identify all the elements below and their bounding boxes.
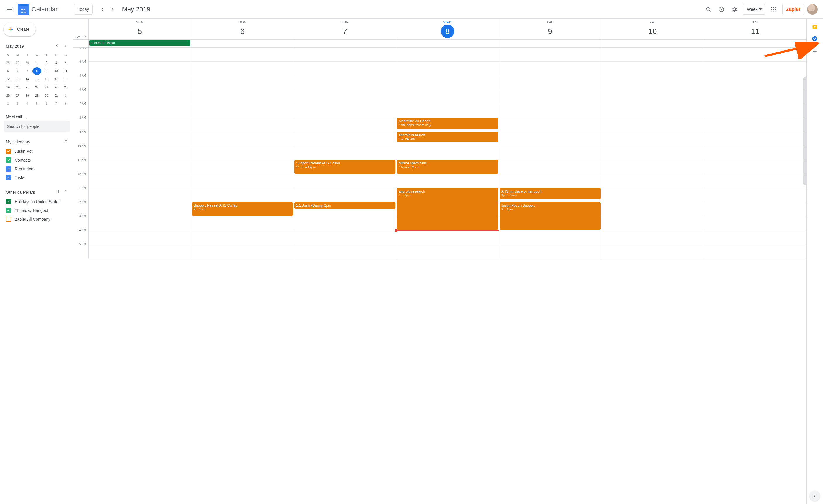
calendar-checkbox[interactable] (6, 166, 11, 172)
mini-day[interactable]: 21 (23, 84, 32, 91)
mini-day[interactable]: 29 (13, 59, 22, 67)
day-header[interactable]: WED8 (396, 19, 498, 39)
mini-day[interactable]: 4 (61, 59, 70, 67)
create-button[interactable]: Create (4, 22, 36, 36)
mini-day[interactable]: 12 (4, 75, 13, 83)
tasks-addon[interactable] (812, 36, 818, 41)
calendar-list-item[interactable]: Justin Pot (4, 147, 70, 156)
allday-cell[interactable] (294, 39, 396, 47)
allday-event[interactable]: Cinco de Mayo (89, 40, 190, 46)
calendar-event[interactable]: outline spam calls11am – 12pm (397, 160, 498, 174)
add-other-calendar[interactable]: + (56, 189, 60, 195)
account-avatar[interactable] (807, 4, 818, 15)
calendar-list-item[interactable]: Thursday Hangout (4, 206, 70, 215)
calendar-list-item[interactable]: Tasks (4, 173, 70, 182)
calendar-event[interactable]: Support Retreat AHS Collab11am – 12pm (295, 160, 395, 174)
view-switcher[interactable]: Week (743, 4, 765, 15)
mini-day[interactable]: 22 (32, 84, 41, 91)
menu-button[interactable] (2, 2, 16, 16)
mini-day[interactable]: 3 (13, 100, 22, 108)
calendar-event[interactable]: Marketing All-Hands8am, https://zoom.us/… (397, 118, 498, 129)
calendar-event[interactable]: AHS (in place of hangout)1pm, Zoom (500, 188, 601, 199)
mini-day[interactable]: 10 (51, 67, 60, 75)
get-addons[interactable]: + (813, 47, 817, 55)
keep-addon[interactable] (812, 24, 818, 30)
calendar-checkbox[interactable] (6, 199, 11, 204)
mini-day[interactable]: 27 (13, 92, 22, 100)
mini-day[interactable]: 5 (32, 100, 41, 108)
mini-day[interactable]: 2 (4, 100, 13, 108)
day-header[interactable]: FRI10 (601, 19, 703, 39)
calendar-list-item[interactable]: Contacts (4, 156, 70, 164)
calendar-event[interactable]: android research9 – 9:45am (397, 132, 498, 142)
mini-day[interactable]: 17 (51, 75, 60, 83)
allday-cell[interactable] (396, 39, 498, 47)
app-logo[interactable]: 31 Calendar (18, 4, 58, 15)
search-people-input[interactable] (4, 121, 70, 132)
help-button[interactable] (715, 4, 727, 15)
mini-day[interactable]: 15 (32, 75, 41, 83)
other-calendars-toggle[interactable]: Other calendars + ⌃ (4, 187, 70, 197)
apps-button[interactable] (768, 4, 779, 15)
mini-day[interactable]: 16 (42, 75, 51, 83)
mini-day[interactable]: 26 (4, 92, 13, 100)
mini-day[interactable]: 8 (32, 67, 41, 75)
mini-prev-month[interactable] (54, 43, 60, 50)
calendar-list-item[interactable]: Zapier All Company (4, 215, 70, 223)
mini-day[interactable]: 1 (61, 92, 70, 100)
calendar-list-item[interactable]: Holidays in United States (4, 197, 70, 206)
day-column[interactable] (704, 48, 806, 259)
calendar-event[interactable]: Justin Pot on Support2 – 4pm (500, 202, 601, 230)
mini-day[interactable]: 4 (23, 100, 32, 108)
calendar-checkbox[interactable] (6, 149, 11, 154)
mini-day[interactable]: 3 (51, 59, 60, 67)
mini-day[interactable]: 28 (23, 92, 32, 100)
zapier-extension-button[interactable]: zapier (782, 4, 804, 15)
calendar-checkbox[interactable] (6, 175, 11, 180)
day-header[interactable]: SUN5 (89, 19, 191, 39)
mini-day[interactable]: 20 (13, 84, 22, 91)
calendar-checkbox[interactable] (6, 216, 11, 222)
mini-day[interactable]: 7 (51, 100, 60, 108)
calendar-event[interactable]: 1:1 Justin-Danny, 2pm (295, 202, 395, 209)
mini-day[interactable]: 14 (23, 75, 32, 83)
mini-day[interactable]: 29 (32, 92, 41, 100)
calendar-checkbox[interactable] (6, 208, 11, 213)
day-column[interactable] (89, 48, 191, 259)
search-button[interactable] (703, 4, 714, 15)
mini-next-month[interactable] (63, 43, 68, 50)
mini-day[interactable]: 30 (23, 59, 32, 67)
calendar-checkbox[interactable] (6, 157, 11, 163)
mini-day[interactable]: 30 (42, 92, 51, 100)
mini-day[interactable]: 9 (42, 67, 51, 75)
mini-day[interactable]: 6 (13, 67, 22, 75)
mini-day[interactable]: 2 (42, 59, 51, 67)
allday-cell[interactable] (601, 39, 703, 47)
allday-cell[interactable] (704, 39, 806, 47)
day-column[interactable]: Marketing All-Hands8am, https://zoom.us/… (396, 48, 498, 259)
calendar-list-item[interactable]: Reminders (4, 164, 70, 173)
day-column[interactable] (601, 48, 703, 259)
mini-day[interactable]: 6 (42, 100, 51, 108)
collapse-panel[interactable] (810, 491, 820, 501)
prev-period-button[interactable] (98, 5, 107, 14)
calendar-event[interactable]: Support Retreat AHS Collab2 – 3pm (192, 202, 293, 216)
mini-day[interactable]: 11 (61, 67, 70, 75)
day-header[interactable]: MON6 (191, 19, 293, 39)
mini-day[interactable]: 25 (61, 84, 70, 91)
mini-day[interactable]: 23 (42, 84, 51, 91)
allday-cell[interactable] (191, 39, 293, 47)
day-header[interactable]: THU9 (499, 19, 601, 39)
allday-cell[interactable]: Cinco de Mayo (89, 39, 191, 47)
time-grid-scroll[interactable]: 3 AM4 AM5 AM6 AM7 AM8 AM9 AM10 AM11 AM12… (72, 48, 806, 504)
mini-day[interactable]: 7 (23, 67, 32, 75)
settings-button[interactable] (728, 4, 740, 15)
mini-day[interactable]: 28 (4, 59, 13, 67)
day-header[interactable]: SAT11 (704, 19, 806, 39)
today-button[interactable]: Today (74, 4, 93, 15)
day-column[interactable]: Support Retreat AHS Collab11am – 12pm1:1… (294, 48, 396, 259)
next-period-button[interactable] (108, 5, 117, 14)
day-column[interactable]: AHS (in place of hangout)1pm, ZoomJustin… (499, 48, 601, 259)
allday-cell[interactable] (499, 39, 601, 47)
mini-day[interactable]: 1 (32, 59, 41, 67)
